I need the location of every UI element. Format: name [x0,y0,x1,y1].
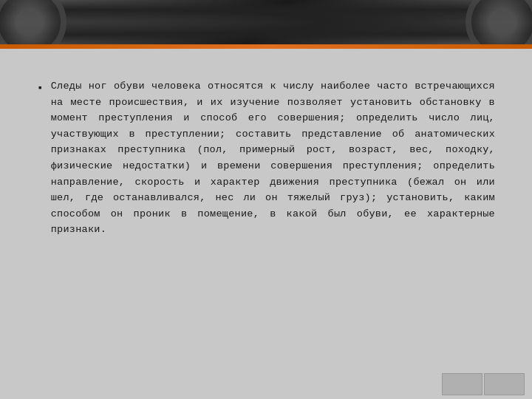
gear-right-decoration [466,0,532,44]
bullet-list: ▪ Следы ног обуви человека относятся к ч… [37,78,495,238]
header-background [0,0,532,44]
list-item: ▪ Следы ног обуви человека относятся к ч… [37,78,495,238]
bullet-symbol: ▪ [37,80,44,96]
bullet-text: Следы ног обуви человека относятся к чис… [51,78,495,238]
footer-boxes [442,373,525,395]
page-container: ▪ Следы ног обуви человека относятся к ч… [0,0,532,399]
footer-box-2 [484,373,525,395]
footer-box-1 [442,373,482,395]
gear-left-decoration [0,0,66,44]
header-image [0,0,532,44]
content-area: ▪ Следы ног обуви человека относятся к ч… [0,49,532,369]
footer-area [0,369,532,399]
